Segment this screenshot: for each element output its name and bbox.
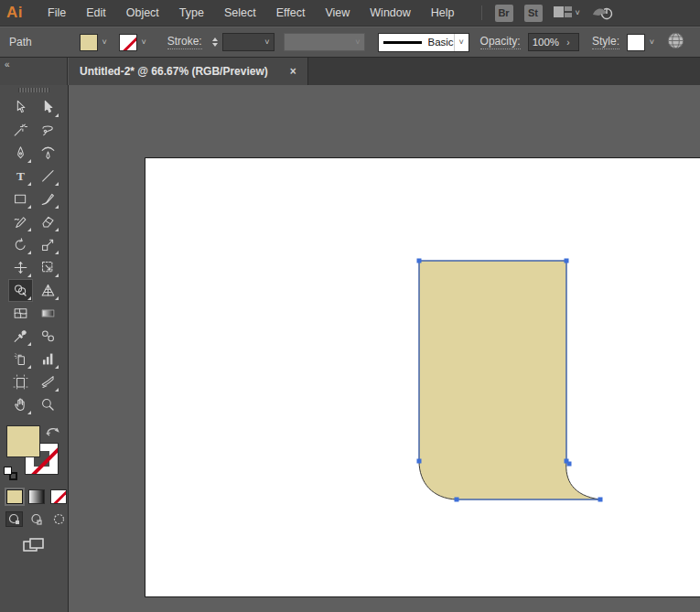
mesh-tool-button[interactable] bbox=[8, 302, 33, 325]
line-segment-tool-button[interactable] bbox=[36, 165, 60, 188]
panel-grip[interactable] bbox=[18, 88, 49, 92]
zoom-icon bbox=[39, 396, 57, 413]
menu-view[interactable]: View bbox=[315, 0, 360, 26]
stepper-up-icon[interactable] bbox=[212, 38, 218, 41]
direct-selection-icon bbox=[39, 99, 57, 116]
opacity-expander-icon[interactable]: › bbox=[562, 38, 575, 48]
shaper-tool-button[interactable] bbox=[8, 210, 33, 233]
stock-button[interactable]: St bbox=[524, 5, 543, 22]
cc-sync-icon[interactable] bbox=[591, 4, 615, 23]
workspace-switcher[interactable]: ˅ bbox=[554, 5, 580, 21]
menu-edit[interactable]: Edit bbox=[76, 0, 116, 26]
slice-tool-button[interactable] bbox=[36, 370, 60, 393]
draw-inside-button[interactable] bbox=[50, 511, 68, 527]
anchor-point[interactable] bbox=[455, 498, 459, 502]
eyedropper-tool-button[interactable] bbox=[8, 325, 33, 348]
rectangle-icon bbox=[12, 190, 29, 208]
anchor-point[interactable] bbox=[565, 259, 569, 263]
magic-wand-icon bbox=[12, 122, 29, 139]
menu-select[interactable]: Select bbox=[214, 0, 266, 26]
chevron-down-icon[interactable]: ˅ bbox=[137, 34, 151, 51]
screen-mode-icon bbox=[23, 538, 45, 553]
zoom-tool-button[interactable] bbox=[36, 393, 60, 416]
scale-tool-button[interactable] bbox=[36, 233, 60, 256]
document-tab[interactable]: Untitled-2* @ 66.67% (RGB/Preview) × bbox=[68, 58, 308, 85]
none-button[interactable] bbox=[50, 489, 67, 504]
style-label[interactable]: Style: bbox=[592, 35, 619, 49]
selection-icon bbox=[12, 99, 29, 116]
tool-grid: T bbox=[0, 96, 68, 416]
document-tab-title: Untitled-2* @ 66.67% (RGB/Preview) bbox=[80, 65, 268, 78]
menu-object[interactable]: Object bbox=[116, 0, 169, 26]
draw-normal-button[interactable] bbox=[5, 511, 23, 527]
stroke-weight-label[interactable]: Stroke: bbox=[167, 35, 202, 49]
lasso-icon bbox=[39, 122, 57, 139]
curvature-tool-button[interactable] bbox=[36, 142, 60, 165]
blend-tool-button[interactable] bbox=[36, 325, 60, 348]
opacity-label[interactable]: Opacity: bbox=[480, 35, 521, 49]
collapse-panel-icon[interactable]: « bbox=[5, 59, 9, 70]
screen-mode-button[interactable] bbox=[21, 538, 47, 553]
stroke-weight-combo[interactable]: ˅ bbox=[222, 33, 275, 51]
chevron-down-icon[interactable]: ˅ bbox=[645, 34, 659, 51]
control-bar: Path ˅ ˅ Stroke: ˅ ˅ Basic ˅ Opacity: 10… bbox=[0, 27, 700, 58]
style-swatch[interactable] bbox=[627, 34, 645, 51]
lasso-tool-button[interactable] bbox=[36, 119, 60, 142]
stroke-color-control[interactable]: ˅ bbox=[119, 34, 151, 51]
close-tab-icon[interactable]: × bbox=[290, 65, 296, 78]
chevron-down-icon[interactable]: ˅ bbox=[98, 34, 112, 51]
chevron-down-icon: ˅ bbox=[576, 8, 580, 17]
fill-color-swatch[interactable] bbox=[80, 34, 98, 51]
shape-builder-tool-button[interactable] bbox=[8, 279, 33, 302]
selection-type-label: Path bbox=[9, 36, 32, 48]
chevron-down-icon: ˅ bbox=[350, 34, 364, 51]
gradient-button[interactable] bbox=[28, 489, 45, 504]
menu-file[interactable]: File bbox=[38, 0, 76, 26]
symbol-sprayer-tool-button[interactable] bbox=[8, 348, 33, 370]
free-transform-tool-button[interactable] bbox=[36, 256, 60, 279]
stepper-down-icon[interactable] bbox=[212, 43, 218, 47]
anchor-point[interactable] bbox=[417, 259, 422, 263]
opacity-value[interactable]: 100% bbox=[533, 37, 562, 48]
anchor-point[interactable] bbox=[598, 498, 603, 502]
anchor-point[interactable] bbox=[567, 462, 572, 467]
gradient-tool-button[interactable] bbox=[36, 302, 60, 325]
color-button[interactable] bbox=[6, 489, 23, 504]
bridge-button[interactable]: Br bbox=[495, 5, 513, 22]
rectangle-tool-button[interactable] bbox=[8, 188, 33, 210]
stroke-weight-stepper[interactable] bbox=[210, 33, 221, 51]
width-tool-button[interactable] bbox=[8, 256, 33, 279]
graphic-style-control[interactable]: ˅ bbox=[627, 34, 659, 51]
opacity-field[interactable]: 100% › bbox=[528, 33, 579, 51]
canvas-area[interactable] bbox=[69, 85, 700, 612]
menu-effect[interactable]: Effect bbox=[266, 0, 316, 26]
paintbrush-tool-button[interactable] bbox=[36, 188, 60, 210]
eraser-tool-button[interactable] bbox=[36, 210, 60, 233]
fill-color-control[interactable]: ˅ bbox=[80, 34, 112, 51]
draw-behind-button[interactable] bbox=[27, 511, 45, 527]
artboard-tool-button[interactable] bbox=[8, 370, 33, 393]
fill-proxy-swatch[interactable] bbox=[6, 425, 40, 457]
swap-fill-stroke-icon[interactable] bbox=[45, 424, 60, 441]
column-graph-tool-button[interactable] bbox=[36, 348, 60, 370]
default-fill-stroke-icon[interactable] bbox=[4, 467, 17, 480]
anchor-point[interactable] bbox=[417, 459, 422, 464]
stroke-color-swatch-none[interactable] bbox=[119, 34, 137, 51]
hand-tool-button[interactable] bbox=[8, 393, 33, 416]
menu-window[interactable]: Window bbox=[360, 0, 420, 26]
menu-type[interactable]: Type bbox=[169, 0, 214, 26]
selected-shape[interactable] bbox=[419, 261, 600, 499]
perspective-grid-tool-button[interactable] bbox=[36, 279, 60, 302]
type-tool-button[interactable]: T bbox=[8, 165, 33, 188]
svg-text:T: T bbox=[16, 169, 25, 183]
direct-selection-tool-button[interactable] bbox=[36, 96, 60, 119]
magic-wand-tool-button[interactable] bbox=[8, 119, 33, 142]
globe-icon[interactable] bbox=[666, 31, 685, 53]
chevron-down-icon[interactable]: ˅ bbox=[260, 34, 274, 51]
brush-definition-combo[interactable]: Basic ˅ bbox=[378, 33, 468, 52]
selection-tool-button[interactable] bbox=[8, 96, 33, 119]
chevron-down-icon[interactable]: ˅ bbox=[454, 34, 468, 51]
menu-help[interactable]: Help bbox=[421, 0, 465, 26]
rotate-tool-button[interactable] bbox=[8, 233, 33, 256]
pen-tool-button[interactable] bbox=[8, 142, 33, 165]
